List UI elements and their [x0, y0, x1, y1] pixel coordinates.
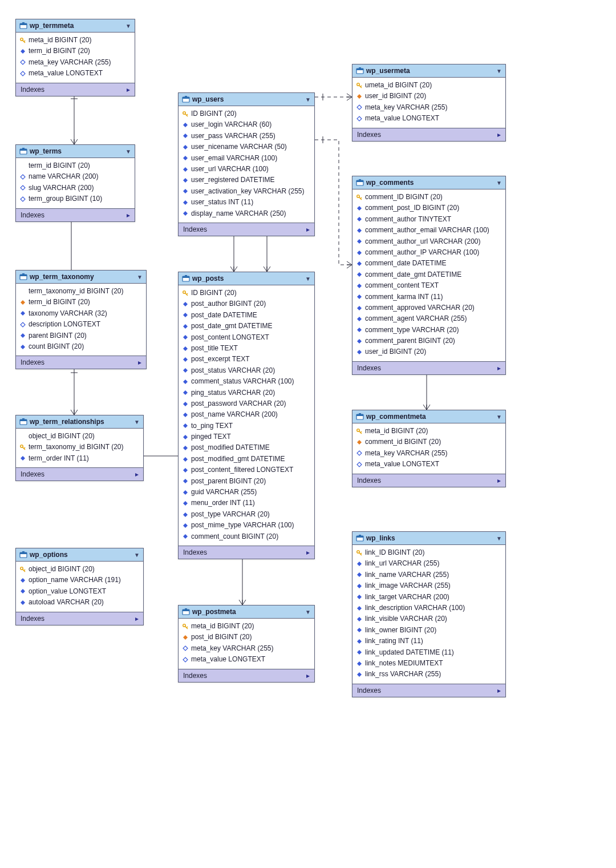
table-wp-terms: wp_terms▼term_id BIGINT (20)name VARCHAR… — [15, 144, 135, 222]
collapse-icon[interactable]: ▼ — [134, 552, 140, 558]
collapse-icon[interactable]: ▼ — [496, 68, 502, 74]
column-row: user_id BIGINT (20) — [356, 346, 502, 357]
table-header[interactable]: wp_comments▼ — [352, 176, 505, 189]
expand-icon[interactable]: ▸ — [497, 687, 501, 695]
svg-rect-96 — [359, 413, 361, 414]
collapse-icon[interactable]: ▼ — [305, 609, 311, 615]
expand-icon[interactable]: ▸ — [497, 131, 501, 139]
table-wp-term-taxonomy: wp_term_taxonomy▼term_taxonomy_id BIGINT… — [15, 270, 147, 369]
expand-icon[interactable]: ▸ — [138, 358, 141, 366]
collapse-icon[interactable]: ▼ — [134, 419, 140, 425]
svg-rect-89 — [356, 180, 363, 182]
diamond-icon — [182, 155, 189, 162]
expand-icon[interactable]: ▸ — [127, 86, 130, 94]
column-label: user_id BIGINT (20) — [365, 91, 426, 101]
table-header[interactable]: wp_term_relationships▼ — [16, 415, 143, 429]
table-header[interactable]: wp_links▼ — [352, 532, 505, 545]
column-label: comment_ID BIGINT (20) — [365, 192, 443, 202]
column-row: comment_status VARCHAR (100) — [182, 376, 311, 387]
expand-icon[interactable]: ▸ — [135, 615, 139, 623]
column-label: link_target VARCHAR (200) — [365, 592, 449, 602]
column-label: post_author BIGINT (20) — [191, 299, 266, 309]
table-title: wp_postmeta — [192, 608, 236, 616]
indexes-label: Indexes — [357, 364, 381, 372]
column-label: post_date DATETIME — [191, 310, 257, 320]
expand-icon[interactable]: ▸ — [497, 364, 501, 372]
indexes-footer[interactable]: Indexes▸ — [16, 467, 143, 481]
diamond-icon — [356, 671, 363, 678]
table-header[interactable]: wp_terms▼ — [16, 145, 135, 158]
indexes-footer[interactable]: Indexes▸ — [16, 356, 146, 369]
expand-icon[interactable]: ▸ — [127, 211, 130, 219]
collapse-icon[interactable]: ▼ — [305, 276, 311, 282]
column-row: link_owner BIGINT (20) — [356, 625, 502, 636]
table-header[interactable]: wp_posts▼ — [179, 272, 314, 285]
column-row: link_url VARCHAR (255) — [356, 558, 502, 569]
diamond-icon — [182, 367, 189, 374]
collapse-icon[interactable]: ▼ — [305, 96, 311, 103]
collapse-icon[interactable]: ▼ — [496, 535, 502, 542]
column-row: comment_date_gmt DATETIME — [356, 269, 502, 280]
diamond-icon — [19, 184, 26, 191]
table-header[interactable]: wp_usermeta▼ — [352, 64, 505, 78]
column-row: comment_author_IP VARCHAR (100) — [356, 247, 502, 258]
diamond-icon — [182, 378, 189, 385]
svg-rect-48 — [22, 148, 25, 149]
indexes-footer[interactable]: Indexes▸ — [16, 208, 135, 221]
indexes-footer[interactable]: Indexes▸ — [179, 546, 314, 559]
column-label: link_notes MEDIUMTEXT — [365, 659, 443, 668]
table-wp-comments: wp_comments▼comment_ID BIGINT (20)commen… — [352, 176, 506, 375]
diamond-icon — [356, 216, 363, 223]
indexes-footer[interactable]: Indexes▸ — [352, 128, 505, 141]
indexes-footer[interactable]: Indexes▸ — [179, 669, 314, 682]
collapse-icon[interactable]: ▼ — [125, 23, 131, 29]
table-header[interactable]: wp_commentmeta▼ — [352, 410, 505, 423]
svg-line-19 — [234, 267, 237, 272]
indexes-footer[interactable]: Indexes▸ — [16, 612, 143, 625]
collapse-icon[interactable]: ▼ — [125, 148, 131, 155]
table-wp-commentmeta: wp_commentmeta▼meta_id BIGINT (20)commen… — [352, 410, 506, 487]
primary-key-icon — [19, 444, 26, 451]
column-row: display_name VARCHAR (250) — [182, 208, 311, 219]
column-label: comment_id BIGINT (20) — [365, 437, 441, 447]
indexes-footer[interactable]: Indexes▸ — [16, 83, 135, 96]
column-row: comment_karma INT (11) — [356, 292, 502, 302]
table-header[interactable]: wp_term_taxonomy▼ — [16, 271, 146, 284]
expand-icon[interactable]: ▸ — [497, 477, 501, 485]
indexes-footer[interactable]: Indexes▸ — [352, 361, 505, 374]
column-row: post_id BIGINT (20) — [182, 632, 311, 643]
column-label: user_id BIGINT (20) — [365, 347, 426, 357]
column-label: term_taxonomy_id BIGINT (20) — [29, 286, 124, 296]
diamond-icon — [19, 455, 26, 462]
expand-icon[interactable]: ▸ — [135, 470, 139, 478]
expand-icon[interactable]: ▸ — [306, 225, 310, 233]
column-row: comment_parent BIGINT (20) — [356, 336, 502, 346]
svg-rect-83 — [356, 68, 363, 70]
diamond-icon — [356, 605, 363, 612]
expand-icon[interactable]: ▸ — [306, 548, 310, 556]
column-label: comment_karma INT (11) — [365, 292, 443, 302]
table-icon — [356, 67, 364, 75]
column-row: guid VARCHAR (255) — [182, 487, 311, 498]
table-header[interactable]: wp_termmeta▼ — [16, 19, 135, 33]
collapse-icon[interactable]: ▼ — [496, 414, 502, 420]
column-label: post_excerpt TEXT — [191, 354, 250, 364]
collapse-icon[interactable]: ▼ — [137, 274, 143, 280]
diamond-icon — [182, 401, 189, 407]
table-wp-links: wp_links▼link_ID BIGINT (20)link_url VAR… — [352, 531, 506, 697]
table-header[interactable]: wp_options▼ — [16, 548, 143, 562]
indexes-label: Indexes — [21, 470, 44, 478]
indexes-footer[interactable]: Indexes▸ — [352, 684, 505, 697]
indexes-footer[interactable]: Indexes▸ — [179, 223, 314, 236]
svg-line-99 — [360, 431, 362, 433]
expand-icon[interactable]: ▸ — [306, 672, 310, 680]
column-label: link_rating INT (11) — [365, 636, 423, 646]
collapse-icon[interactable]: ▼ — [496, 180, 502, 186]
table-icon — [356, 413, 364, 421]
indexes-footer[interactable]: Indexes▸ — [352, 474, 505, 487]
table-header[interactable]: wp_users▼ — [179, 93, 314, 106]
column-row: term_order INT (11) — [19, 453, 140, 464]
column-label: meta_value LONGTEXT — [29, 68, 103, 78]
table-header[interactable]: wp_postmeta▼ — [179, 605, 314, 619]
svg-rect-84 — [359, 67, 361, 68]
